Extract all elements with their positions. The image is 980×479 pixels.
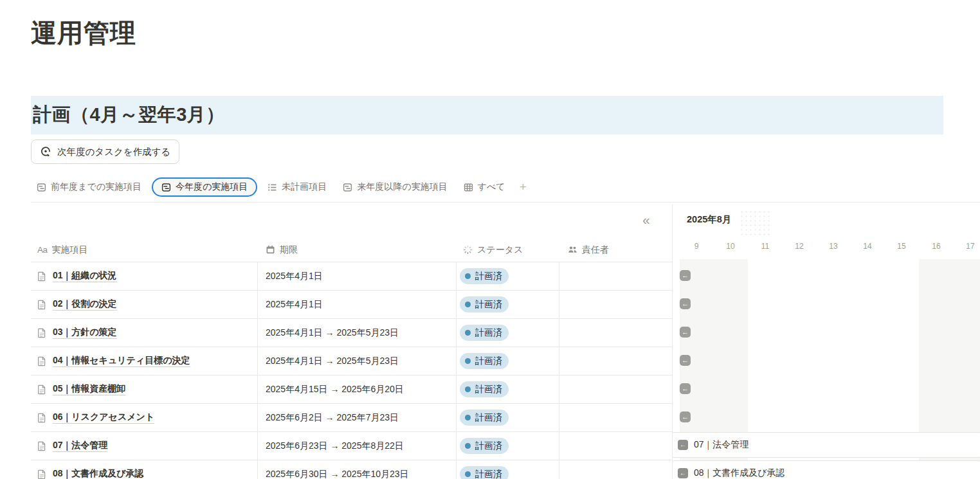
people-icon — [568, 245, 577, 255]
column-divider — [257, 262, 258, 479]
page-icon — [37, 441, 47, 451]
status-cell[interactable]: 計画済 — [460, 347, 509, 375]
tab-label: 今年度の実施項目 — [176, 181, 248, 193]
table-row: 05｜情報資産棚卸 2025年4月15日 → 2025年6月20日 計画済 — [31, 375, 672, 403]
column-header-owner[interactable]: 責任者 — [568, 238, 609, 262]
column-divider — [456, 262, 457, 479]
task-title: 05｜情報資産棚卸 — [53, 383, 125, 396]
table-row: 06｜リスクアセスメント 2025年6月2日 → 2025年7月23日 計画済 — [31, 403, 672, 431]
status-badge: 計画済 — [460, 466, 509, 479]
create-next-year-tasks-button[interactable]: 次年度のタスクを作成する — [31, 140, 179, 164]
tab-label: 前年度までの実施項目 — [51, 181, 141, 193]
table-header-row: Aa 実施項目 期限 ステータス 責任者 — [31, 238, 672, 262]
due-date-cell[interactable]: 2025年4月1日 — [266, 291, 323, 318]
status-dot-icon — [465, 415, 471, 420]
collapse-table-icon[interactable]: « — [642, 213, 650, 226]
due-date-cell[interactable]: 2025年6月2日 → 2025年7月23日 — [266, 404, 399, 431]
status-dot-icon — [465, 273, 471, 279]
status-icon — [463, 245, 473, 255]
tab-unplanned[interactable]: 未計画項目 — [262, 178, 332, 196]
add-view-icon[interactable]: + — [516, 180, 531, 194]
tab-label: すべて — [478, 181, 505, 193]
scroll-to-start-button[interactable]: ← — [678, 440, 688, 450]
column-divider — [559, 262, 559, 479]
table-row: 02｜役割の決定 2025年4月1日 計画済 — [31, 290, 672, 318]
status-cell[interactable]: 計画済 — [460, 375, 509, 403]
status-badge: 計画済 — [460, 353, 509, 369]
status-badge: 計画済 — [460, 410, 509, 426]
status-cell[interactable]: 計画済 — [460, 319, 509, 347]
timeline-day-label: 9 — [685, 242, 707, 251]
task-title-link[interactable]: 02｜役割の決定 — [37, 291, 117, 318]
scroll-to-bar-button[interactable]: ← — [680, 355, 691, 366]
timeline-bar[interactable]: ← 07｜法令管理 — [673, 432, 980, 458]
scroll-to-bar-button[interactable]: ← — [680, 298, 691, 309]
tab-label: 未計画項目 — [282, 181, 327, 193]
column-header-due[interactable]: 期限 — [266, 238, 298, 262]
timeline-day-label: 16 — [925, 242, 947, 251]
section-heading: 計画（4月～翌年3月） — [31, 102, 225, 128]
due-date-cell[interactable]: 2025年4月1日 → 2025年5月23日 — [266, 347, 399, 375]
table-view-icon — [464, 183, 473, 192]
status-dot-icon — [465, 471, 471, 477]
task-title: 08｜文書作成及び承認 — [53, 468, 144, 479]
tab-future-years[interactable]: 来年度以降の実施項目 — [337, 178, 453, 196]
view-tabs-bar: 前年度までの実施項目 今年度の実施項目 未計画項目 来年度以降の実施項目 すべて… — [31, 172, 980, 203]
tab-all[interactable]: すべて — [458, 178, 511, 196]
timeline-bar-label: 07｜法令管理 — [694, 439, 749, 451]
status-cell[interactable]: 計画済 — [460, 460, 509, 479]
task-title: 03｜方針の策定 — [53, 327, 117, 339]
timeline-day-label: 15 — [891, 242, 912, 251]
button-label: 次年度のタスクを作成する — [57, 146, 170, 158]
tab-label: 来年度以降の実施項目 — [357, 181, 447, 193]
list-view-icon — [268, 183, 277, 192]
table-body: 01｜組織の状況 2025年4月1日 計画済 02｜役割の決定 2025年4月1… — [31, 262, 672, 479]
scroll-to-bar-button[interactable]: ← — [680, 270, 691, 281]
status-cell[interactable]: 計画済 — [460, 432, 509, 460]
due-date-cell[interactable]: 2025年4月1日 → 2025年5月23日 — [266, 319, 399, 347]
task-title-link[interactable]: 08｜文書作成及び承認 — [37, 460, 144, 479]
task-title-link[interactable]: 01｜組織の状況 — [37, 262, 117, 290]
task-title: 06｜リスクアセスメント — [53, 411, 154, 424]
timeline-bar[interactable]: ← 08｜文書作成及び承認 — [673, 460, 980, 479]
page-icon — [37, 300, 47, 310]
column-header-status[interactable]: ステータス — [463, 238, 523, 262]
due-date-cell[interactable]: 2025年6月30日 → 2025年10月23日 — [266, 460, 409, 479]
status-cell[interactable]: 計画済 — [460, 262, 509, 290]
scroll-to-bar-button[interactable]: ← — [680, 411, 691, 422]
timeline-view-icon — [343, 183, 352, 192]
task-title-link[interactable]: 07｜法令管理 — [37, 432, 107, 460]
due-date-cell[interactable]: 2025年6月23日 → 2025年8月22日 — [266, 432, 404, 460]
task-title: 02｜役割の決定 — [53, 298, 117, 311]
task-title-link[interactable]: 03｜方針の策定 — [37, 319, 117, 347]
calendar-icon — [266, 245, 275, 255]
section-heading-band: 計画（4月～翌年3月） — [31, 96, 943, 134]
due-date-cell[interactable]: 2025年4月15日 → 2025年6月20日 — [266, 375, 404, 403]
due-date-cell[interactable]: 2025年4月1日 — [266, 262, 323, 290]
timeline-day-label: 10 — [720, 242, 741, 251]
column-label: 実施項目 — [52, 244, 88, 256]
status-dot-icon — [465, 386, 471, 392]
tab-previous-years[interactable]: 前年度までの実施項目 — [31, 178, 147, 196]
text-icon: Aa — [37, 245, 48, 255]
scroll-to-start-button[interactable]: ← — [678, 468, 688, 478]
task-title-link[interactable]: 06｜リスクアセスメント — [37, 404, 154, 431]
scroll-to-bar-button[interactable]: ← — [680, 383, 691, 394]
status-dot-icon — [465, 358, 471, 364]
page-icon — [37, 413, 47, 423]
column-header-title[interactable]: Aa 実施項目 — [37, 238, 88, 262]
task-title-link[interactable]: 04｜情報セキュリティ目標の決定 — [37, 347, 190, 375]
task-title-link[interactable]: 05｜情報資産棚卸 — [37, 375, 125, 403]
status-badge: 計画済 — [460, 438, 509, 454]
timeline-bar-label: 08｜文書作成及び承認 — [694, 467, 785, 479]
status-dot-icon — [465, 443, 471, 449]
scroll-to-bar-button[interactable]: ← — [680, 327, 691, 338]
tab-current-year[interactable]: 今年度の実施項目 — [152, 177, 257, 197]
task-title: 04｜情報セキュリティ目標の決定 — [53, 355, 190, 368]
recurring-button-icon — [40, 146, 51, 158]
status-cell[interactable]: 計画済 — [460, 291, 509, 318]
table-row: 07｜法令管理 2025年6月23日 → 2025年8月22日 計画済 — [31, 431, 672, 460]
status-dot-icon — [465, 330, 471, 336]
timeline-day-label: 17 — [959, 242, 980, 251]
status-cell[interactable]: 計画済 — [460, 404, 509, 431]
